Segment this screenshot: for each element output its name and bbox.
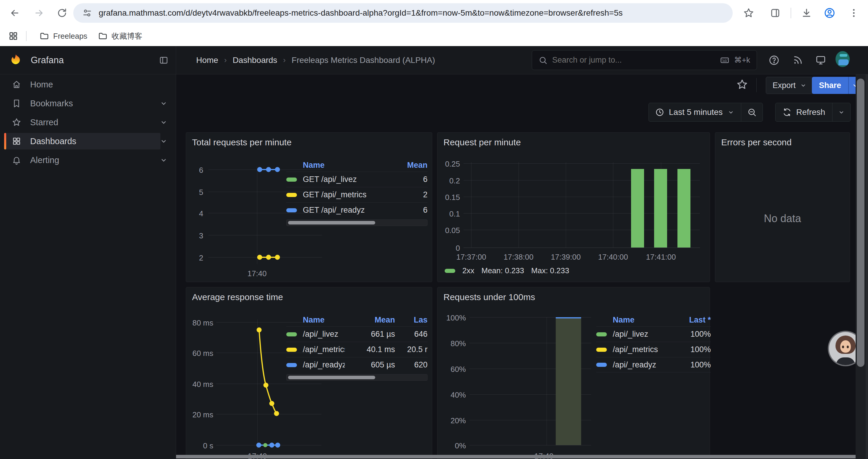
time-range-picker[interactable]: Last 5 minutes <box>649 103 741 121</box>
sidebar-item-bookmarks[interactable]: Bookmarks <box>0 94 176 113</box>
data-point <box>270 443 275 448</box>
legend-col-mean[interactable]: Mean <box>345 316 395 325</box>
bookmark-folder-blogs[interactable]: 收藏博客 <box>93 29 148 44</box>
legend-row[interactable]: GET /api/_livez 6 <box>286 172 428 187</box>
search-box[interactable]: ⌘+k <box>532 50 757 70</box>
refresh-button[interactable]: Refresh <box>776 103 832 121</box>
chevron-down-icon[interactable] <box>159 156 168 164</box>
chevron-down-icon[interactable] <box>159 118 168 126</box>
share-button[interactable]: Share <box>812 77 848 94</box>
data-point <box>270 401 275 406</box>
x-tick: 17:40:00 <box>598 253 628 262</box>
dashboard-canvas: Export Share Last 5 minutes <box>176 74 868 459</box>
sidebar-item-starred[interactable]: Starred <box>0 113 176 132</box>
legend-scrollbar[interactable] <box>286 220 428 226</box>
y-tick: 2 <box>189 254 203 263</box>
vertical-scrollbar[interactable] <box>856 74 866 459</box>
refresh-label: Refresh <box>796 107 825 117</box>
series-name[interactable]: /api/_metrics <box>613 345 675 354</box>
series-mean: 605 µs <box>345 360 395 369</box>
url-bar[interactable] <box>73 3 733 23</box>
series-name[interactable]: 2xx <box>462 266 474 275</box>
panel-title[interactable]: Request per minute <box>443 137 521 147</box>
export-button[interactable]: Export <box>766 77 814 94</box>
series-last: 646 <box>395 330 428 339</box>
user-avatar[interactable] <box>836 52 850 66</box>
zoom-out-icon <box>747 107 756 117</box>
legend-col-name[interactable]: Name <box>303 316 345 325</box>
breadcrumb-dashboards[interactable]: Dashboards <box>232 56 277 65</box>
refresh-interval-button[interactable] <box>833 103 850 121</box>
panel-title[interactable]: Total requests per minute <box>192 137 291 147</box>
back-icon[interactable] <box>8 6 22 20</box>
bookmark-star-icon[interactable] <box>742 6 756 20</box>
bookmark-label: 收藏博客 <box>112 31 143 41</box>
legend-col-mean[interactable]: Mean <box>325 161 428 170</box>
download-icon[interactable] <box>800 6 814 20</box>
series-name[interactable]: GET /api/_livez <box>303 175 423 184</box>
apps-grid-icon[interactable] <box>8 31 18 41</box>
legend-row[interactable]: GET /api/_metrics 2 <box>286 187 428 202</box>
refresh-group: Refresh <box>775 103 850 122</box>
chevron-down-icon <box>727 109 735 116</box>
grafana-header: Grafana Home › Dashboards › Freeleaps Me… <box>0 46 868 74</box>
legend-row[interactable]: /api/_readyz 100% <box>596 357 711 372</box>
reload-icon[interactable] <box>55 6 69 20</box>
chevron-down-icon <box>838 109 845 116</box>
legend-row[interactable]: /api/_readyz 605 µs 620 <box>286 357 428 372</box>
sidebar-item-alerting[interactable]: Alerting <box>0 151 176 169</box>
legend-col-last[interactable]: Las <box>395 316 428 325</box>
series-name[interactable]: /api/_metrics <box>303 345 345 354</box>
legend-col-name[interactable]: Name <box>613 316 675 325</box>
panel-title[interactable]: Errors per second <box>721 137 792 147</box>
site-settings-icon[interactable] <box>82 8 92 18</box>
series-name[interactable]: /api/_readyz <box>303 360 345 369</box>
bar-2xx <box>631 169 644 248</box>
kebab-menu-icon[interactable] <box>847 6 861 20</box>
search-input[interactable] <box>552 56 715 65</box>
url-input[interactable] <box>99 8 724 18</box>
sidebar-item-home[interactable]: Home <box>0 75 176 94</box>
legend-table: Name Last * /api/_livez 100% /api/_metri… <box>596 314 711 372</box>
series-color-pill <box>596 363 607 367</box>
breadcrumb-home[interactable]: Home <box>196 56 218 65</box>
folder-icon <box>98 31 107 41</box>
avatar-eye <box>847 346 849 348</box>
scrollbar-thumb[interactable] <box>857 78 864 367</box>
series-color-pill <box>596 348 607 352</box>
panel-title[interactable]: Requests under 100ms <box>443 292 535 302</box>
series-mean: 6 <box>423 205 428 215</box>
series-name[interactable]: /api/_livez <box>613 330 675 339</box>
series-name[interactable]: /api/_readyz <box>613 360 675 369</box>
legend-col-last[interactable]: Last * <box>675 316 711 325</box>
legend-scrollbar[interactable] <box>286 374 428 381</box>
sidebar-item-dashboards[interactable]: Dashboards <box>0 132 176 151</box>
profile-icon[interactable] <box>823 6 837 20</box>
news-rss-icon[interactable] <box>790 53 805 67</box>
data-point <box>266 167 271 172</box>
legend-table: Name Mean GET /api/_livez 6 GET /api/_me… <box>286 159 428 218</box>
breadcrumb: Home › Dashboards › Freeleaps Metrics Da… <box>196 46 435 74</box>
series-name[interactable]: /api/_livez <box>303 330 345 339</box>
legend-row[interactable]: GET /api/_readyz 6 <box>286 202 428 218</box>
favorite-star-icon[interactable] <box>736 78 749 92</box>
series-name[interactable]: GET /api/_metrics <box>303 190 423 199</box>
refresh-icon <box>783 108 792 117</box>
legend-row[interactable]: /api/_livez 661 µs 646 <box>286 326 428 342</box>
monitor-icon[interactable] <box>814 53 828 67</box>
chevron-down-icon[interactable] <box>159 137 168 145</box>
grafana-logo-icon[interactable] <box>9 54 23 67</box>
collapse-sidebar-icon[interactable] <box>159 56 168 65</box>
legend-row[interactable]: /api/_livez 100% <box>596 326 711 342</box>
bookmark-folder-freeleaps[interactable]: Freeleaps <box>34 29 93 43</box>
horizontal-scrollbar[interactable] <box>176 455 856 458</box>
chevron-down-icon[interactable] <box>159 99 168 107</box>
zoom-out-button[interactable] <box>741 103 763 121</box>
legend-col-name[interactable]: Name <box>303 161 325 170</box>
legend-row[interactable]: /api/_metrics 100% <box>596 342 711 357</box>
help-icon[interactable] <box>767 53 781 67</box>
legend-row[interactable]: /api/_metrics 40.1 ms 20.5 r <box>286 342 428 357</box>
side-panel-icon[interactable] <box>768 6 782 20</box>
y-tick: 3 <box>189 231 203 240</box>
series-name[interactable]: GET /api/_readyz <box>303 205 423 215</box>
